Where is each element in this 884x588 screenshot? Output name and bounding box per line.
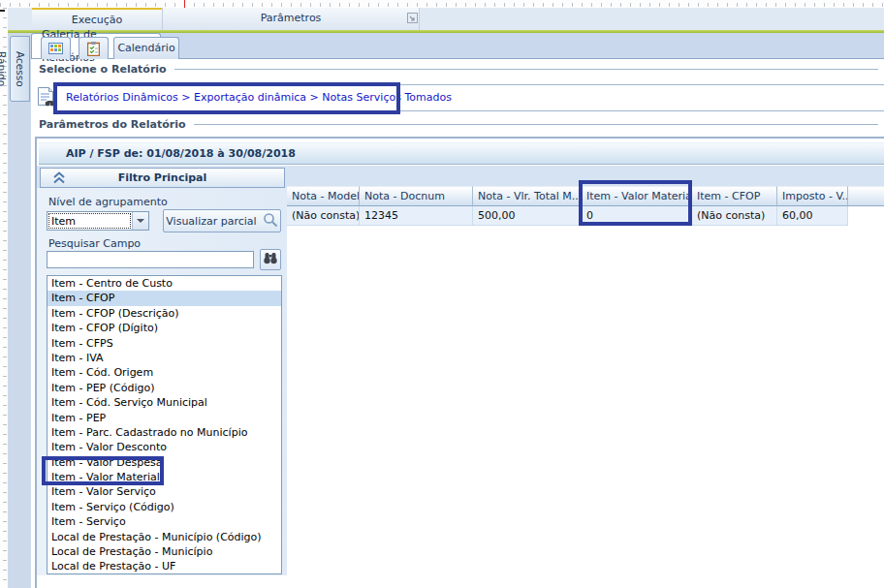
group-rule	[194, 124, 878, 125]
search-button[interactable]	[260, 249, 281, 270]
main-content: Calendário Galeria de Relatórios × Selec…	[31, 33, 884, 588]
column-header-filler	[848, 186, 884, 206]
column-header[interactable]: Nota - Modelo	[287, 186, 360, 206]
filtro-principal-header[interactable]: Filtro Principal	[40, 168, 285, 188]
list-item[interactable]: Item - Valor Desconto	[47, 440, 281, 454]
grid-cell[interactable]: 500,00	[473, 206, 582, 226]
ruler-vertical	[0, 8, 8, 588]
column-header[interactable]: Item - CFOP	[692, 186, 777, 206]
document-tab-strip: Calendário Galeria de Relatórios ×	[31, 33, 884, 59]
column-header-valor-material[interactable]: Item - Valor Material	[582, 186, 692, 206]
ribbon-tab-parametros[interactable]: Parâmetros	[162, 8, 420, 30]
list-item[interactable]: Item - Serviço (Código)	[47, 500, 281, 514]
list-item-selected[interactable]: Item - CFOP	[47, 291, 281, 305]
group-title-selecione-relatorio: Selecione o Relatório	[39, 63, 167, 76]
report-breadcrumb-field[interactable]: Relatórios Dinâmicos > Exportação dinâmi…	[55, 84, 884, 111]
list-item[interactable]: Item - IVA	[47, 351, 281, 365]
list-item[interactable]: Item - Parc. Cadastrado no Município	[47, 425, 281, 440]
column-header[interactable]: Imposto - V...	[777, 186, 848, 206]
visualizar-parcial-label: Visualizar parcial	[166, 215, 256, 228]
list-item[interactable]: Local de Prestação - Município (Código)	[47, 530, 281, 544]
report-panel: AIP / FSP de: 01/08/2018 à 30/08/2018 Fi…	[35, 137, 884, 588]
list-item[interactable]: Item - PEP	[47, 411, 281, 425]
group-rule	[174, 69, 878, 70]
grid-header-row: Nota - Modelo Nota - Docnum Nota - Vlr. …	[287, 186, 884, 206]
ruler-horizontal	[0, 0, 884, 8]
column-header[interactable]: Nota - Vlr. Total M...	[473, 186, 582, 206]
list-item[interactable]: Item - PEP (Código)	[47, 381, 281, 395]
filtro-principal-title: Filtro Principal	[41, 169, 284, 187]
report-period-header: AIP / FSP de: 01/08/2018 à 30/08/2018	[39, 142, 884, 165]
tab-calendario[interactable]: Calendário	[113, 37, 179, 59]
search-field-input[interactable]	[47, 251, 254, 268]
list-item[interactable]: Local de Prestação - Município	[47, 544, 281, 559]
list-item[interactable]: Item - Cód. Serviço Municipal	[47, 395, 281, 410]
list-item[interactable]: Local de Prestação - UF	[47, 559, 281, 573]
visualizar-parcial-button[interactable]: Visualizar parcial	[163, 209, 281, 232]
list-item[interactable]: Item - Valor Serviço	[47, 484, 281, 499]
ruler-origin-marker	[0, 10, 5, 12]
grouping-level-combobox[interactable]: Item	[47, 211, 149, 231]
grid-view-icon	[48, 45, 63, 57]
group-title-parametros-relatorio: Parâmetros do Relatório	[39, 118, 186, 131]
chevron-down-icon	[137, 219, 144, 223]
dialog-launcher-icon[interactable]	[407, 13, 418, 23]
ruler-cursor-marker	[184, 0, 185, 8]
tab-grid-view[interactable]	[41, 37, 71, 59]
list-item[interactable]: Item - Valor Despesa	[47, 455, 281, 470]
tab-checklist[interactable]	[79, 37, 109, 59]
list-item[interactable]: Item - CFPS	[47, 336, 281, 351]
app-window: Execução Parâmetros Acesso Rápido	[0, 0, 884, 588]
report-preview-icon	[37, 86, 55, 110]
search-magnifier-icon	[263, 212, 278, 231]
grid-data-row[interactable]: (Não consta) 12345 500,00 0 (Não consta)…	[287, 206, 884, 226]
checklist-icon	[87, 46, 100, 59]
list-item[interactable]: Item - CFOP (Dígito)	[47, 321, 281, 335]
list-item[interactable]: Item - Centro de Custo	[47, 276, 281, 291]
results-grid: Nota - Modelo Nota - Docnum Nota - Vlr. …	[287, 186, 884, 226]
grouping-level-label: Nível de agrupamento	[48, 196, 168, 208]
grid-cell[interactable]: (Não consta)	[287, 206, 360, 226]
left-dock-strip	[8, 33, 31, 588]
search-field-label: Pesquisar Campo	[48, 237, 141, 250]
grid-cell-valor-material[interactable]: 0	[582, 206, 692, 226]
combobox-dropdown-button[interactable]	[132, 212, 148, 230]
list-item[interactable]: Item - Serviço	[47, 514, 281, 529]
filter-panel: Nível de agrupamento Item Visualizar par…	[37, 188, 287, 575]
list-item[interactable]: Item - CFOP (Descrição)	[47, 306, 281, 321]
binoculars-icon	[263, 252, 278, 267]
list-item-valor-material[interactable]: Item - Valor Material	[47, 470, 281, 484]
field-listbox: Item - Centro de Custo Item - CFOP Item …	[47, 275, 282, 574]
quick-access-tab[interactable]: Acesso Rápido	[10, 36, 30, 102]
grid-cell[interactable]: 12345	[360, 206, 473, 226]
grid-cell[interactable]: (Não consta)	[692, 206, 777, 226]
grouping-level-value: Item	[48, 213, 131, 229]
grid-cell[interactable]: 60,00	[777, 206, 848, 226]
list-item[interactable]: Item - Cód. Origem	[47, 365, 281, 380]
column-header[interactable]: Nota - Docnum	[360, 186, 473, 206]
